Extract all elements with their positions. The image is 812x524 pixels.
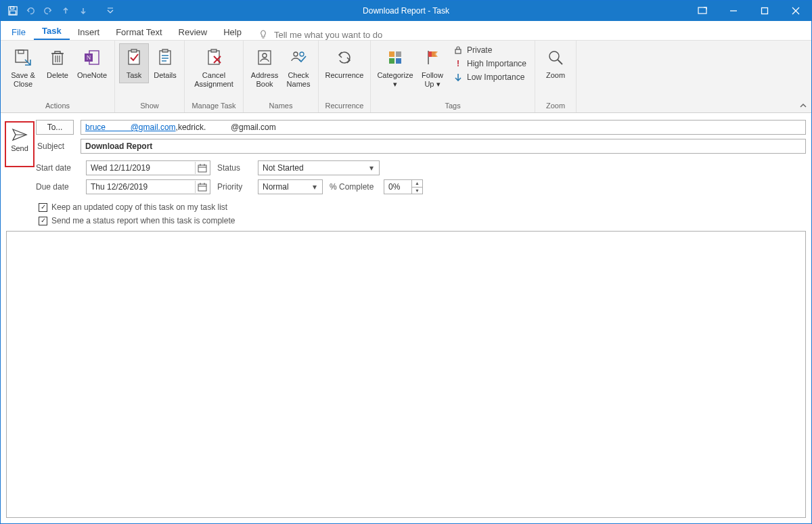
- high-importance-button[interactable]: ! High Importance: [452, 58, 528, 69]
- group-names: Address Book Check Names Names: [244, 41, 319, 112]
- redo-icon[interactable]: [43, 5, 53, 16]
- low-importance-button[interactable]: Low Importance: [452, 72, 528, 83]
- zoom-button[interactable]: Zoom: [539, 43, 572, 83]
- group-zoom-label: Zoom: [546, 102, 565, 111]
- address-book-button[interactable]: Address Book: [248, 43, 281, 91]
- calendar-icon[interactable]: [195, 162, 208, 174]
- titlebar: Download Report - Task: [1, 1, 811, 21]
- tab-task[interactable]: Task: [34, 22, 70, 40]
- svg-rect-2: [10, 11, 16, 14]
- tell-me-label: Tell me what you want to do: [274, 30, 382, 40]
- qat-customize-icon[interactable]: [105, 5, 116, 16]
- task-body-editor[interactable]: [6, 231, 806, 518]
- undo-icon[interactable]: [25, 5, 36, 16]
- prev-icon[interactable]: [60, 5, 71, 16]
- next-icon[interactable]: [78, 5, 89, 16]
- exclamation-icon: !: [453, 59, 463, 68]
- subject-field[interactable]: Download Report: [81, 139, 806, 154]
- categorize-icon: [384, 47, 406, 68]
- group-show-label: Show: [140, 102, 159, 111]
- onenote-button[interactable]: N OneNote: [74, 43, 110, 83]
- svg-rect-3: [698, 7, 706, 14]
- save-close-icon: [12, 47, 34, 68]
- svg-point-39: [549, 51, 559, 61]
- private-button[interactable]: Private: [452, 45, 528, 56]
- tab-review[interactable]: Review: [171, 23, 216, 40]
- recurrence-icon: [334, 47, 355, 68]
- keep-copy-checkbox[interactable]: ✓: [39, 203, 47, 212]
- start-date-label: Start date: [36, 163, 79, 173]
- flag-icon: [422, 47, 443, 68]
- svg-line-40: [558, 60, 562, 64]
- minimize-button[interactable]: [718, 1, 749, 21]
- svg-rect-33: [389, 51, 394, 57]
- send-icon: [12, 128, 28, 141]
- details-view-button[interactable]: Details: [150, 43, 180, 83]
- details-clipboard-icon: [154, 47, 176, 68]
- collapse-ribbon-icon[interactable]: [799, 102, 807, 110]
- address-book-icon: [254, 47, 275, 68]
- svg-rect-1: [11, 7, 14, 9]
- svg-point-32: [300, 52, 304, 56]
- task-clipboard-icon: [123, 47, 145, 68]
- onenote-icon: N: [81, 47, 103, 68]
- calendar-icon[interactable]: [195, 181, 208, 193]
- due-date-field[interactable]: Thu 12/26/2019: [86, 179, 210, 194]
- start-date-field[interactable]: Wed 12/11/2019: [86, 160, 210, 175]
- recipient-1[interactable]: bruce @gmail.com: [85, 123, 176, 132]
- group-names-label: Names: [269, 102, 293, 111]
- chevron-down-icon: ▾: [309, 181, 321, 193]
- tags-sublist: Private ! High Importance Low Importance: [449, 43, 531, 84]
- status-report-checkbox[interactable]: ✓: [39, 217, 47, 225]
- delete-button[interactable]: Delete: [43, 43, 72, 83]
- priority-label: Priority: [217, 182, 251, 192]
- group-actions-label: Actions: [45, 102, 70, 111]
- save-icon[interactable]: [7, 5, 18, 16]
- ribbon-display-icon[interactable]: [687, 1, 718, 21]
- priority-combo[interactable]: Normal ▾: [258, 179, 323, 194]
- keep-copy-label: Keep an updated copy of this task on my …: [51, 202, 227, 212]
- tab-file[interactable]: File: [3, 23, 34, 40]
- status-combo[interactable]: Not Started ▾: [258, 160, 380, 175]
- status-report-label: Send me a status report when this task i…: [51, 216, 235, 225]
- quick-access-toolbar: [1, 5, 116, 16]
- pct-complete-field[interactable]: 0% ▲▼: [384, 179, 423, 194]
- svg-rect-35: [389, 58, 394, 64]
- group-manage-task: Cancel Assignment Manage Task: [185, 41, 244, 112]
- categorize-button[interactable]: Categorize▾: [375, 43, 415, 91]
- svg-rect-34: [396, 51, 401, 57]
- tab-insert[interactable]: Insert: [70, 23, 108, 40]
- pct-complete-label: % Complete: [330, 182, 377, 192]
- close-button[interactable]: [780, 1, 811, 21]
- task-form: Send To... bruce @gmail.com, kedrick. @g…: [1, 113, 811, 228]
- check-names-icon: [288, 47, 309, 68]
- group-recurrence-label: Recurrence: [325, 102, 364, 111]
- check-names-button[interactable]: Check Names: [283, 43, 314, 91]
- svg-rect-20: [160, 51, 171, 64]
- follow-up-button[interactable]: Follow Up ▾: [417, 43, 448, 91]
- tab-format-text[interactable]: Format Text: [108, 23, 170, 40]
- spinner-arrows[interactable]: ▲▼: [411, 180, 422, 194]
- group-show: Task Details Show: [115, 41, 185, 112]
- send-button[interactable]: Send: [5, 121, 35, 167]
- to-field[interactable]: bruce @gmail.com, kedrick. @gmail.com: [81, 120, 806, 135]
- svg-rect-38: [455, 49, 461, 53]
- recurrence-button[interactable]: Recurrence: [323, 43, 366, 83]
- group-recurrence: Recurrence Recurrence: [319, 41, 371, 112]
- recipient-2: kedrick. @gmail.com: [178, 123, 276, 132]
- tell-me-search[interactable]: Tell me what you want to do: [258, 29, 382, 40]
- svg-point-30: [263, 53, 267, 58]
- ribbon: Save & Close Delete N OneNote Actions: [1, 40, 811, 113]
- svg-rect-21: [162, 49, 168, 52]
- cancel-assignment-button[interactable]: Cancel Assignment: [189, 43, 239, 91]
- tab-help[interactable]: Help: [215, 23, 250, 40]
- zoom-icon: [545, 47, 566, 68]
- save-close-button[interactable]: Save & Close: [5, 43, 41, 91]
- maximize-button[interactable]: [749, 1, 780, 21]
- ribbon-tabs: File Task Insert Format Text Review Help…: [1, 21, 811, 40]
- svg-rect-18: [129, 51, 139, 64]
- svg-rect-26: [211, 49, 217, 52]
- lock-icon: [453, 45, 463, 55]
- to-button[interactable]: To...: [36, 120, 74, 135]
- task-view-button[interactable]: Task: [119, 43, 149, 83]
